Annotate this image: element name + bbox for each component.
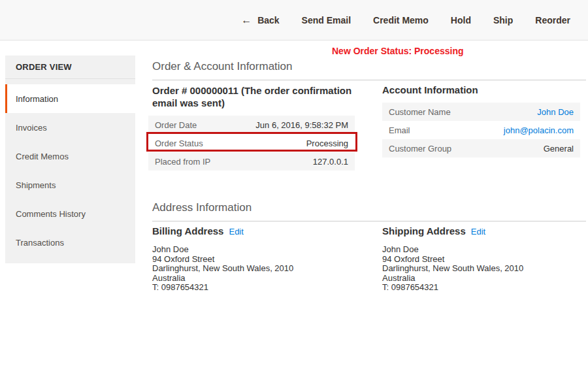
customer-group-row: Customer Group General <box>382 139 580 157</box>
order-view-sidebar: ORDER VIEW Information Invoices Credit M… <box>5 56 135 263</box>
order-date-label: Order Date <box>155 120 197 130</box>
billing-address-line: John Doe <box>152 245 368 255</box>
order-status-row: Order Status Processing <box>148 134 355 152</box>
sidebar-item-transactions[interactable]: Transactions <box>5 228 135 257</box>
billing-address-title: Billing Address <box>152 225 223 237</box>
billing-address-line: 94 Oxford Street <box>152 255 368 265</box>
shipping-address-edit-link[interactable]: Edit <box>471 227 485 237</box>
sidebar-items: Information Invoices Credit Memos Shipme… <box>5 79 135 257</box>
customer-email-row: Email john@polacin.com <box>382 121 580 139</box>
sidebar-item-shipments[interactable]: Shipments <box>5 171 135 199</box>
billing-address-line: T: 0987654321 <box>152 283 368 293</box>
sidebar-title: ORDER VIEW <box>5 56 135 79</box>
order-number-title: Order # 000000011 (The order confirmatio… <box>152 84 368 109</box>
customer-name-link[interactable]: John Doe <box>537 107 574 117</box>
sidebar-item-comments-history[interactable]: Comments History <box>5 199 135 228</box>
shipping-address-block: Shipping Address Edit John Doe 94 Oxford… <box>382 225 588 293</box>
customer-name-row: Customer Name John Doe <box>382 103 580 121</box>
shipping-address-line: Darlinghurst, New South Wales, 2010 <box>382 264 588 274</box>
sidebar-item-credit-memos[interactable]: Credit Memos <box>5 142 135 171</box>
credit-memo-button[interactable]: Credit Memo <box>373 15 429 25</box>
shipping-address-title-row: Shipping Address Edit <box>382 225 588 237</box>
billing-address-line: Australia <box>152 274 368 284</box>
back-button-label: Back <box>257 15 279 25</box>
ship-button[interactable]: Ship <box>493 15 513 25</box>
sidebar-item-information[interactable]: Information <box>5 84 135 113</box>
placed-from-ip-row: Placed from IP 127.0.0.1 <box>148 152 355 171</box>
shipping-address-line: Australia <box>382 274 588 284</box>
shipping-address-line: 94 Oxford Street <box>382 255 588 265</box>
customer-group-value: General <box>544 144 574 154</box>
send-email-button[interactable]: Send Email <box>302 15 351 25</box>
sidebar-item-invoices[interactable]: Invoices <box>5 113 135 142</box>
shipping-address-title: Shipping Address <box>382 225 466 237</box>
order-info-table: Order Date Jun 6, 2016, 9:58:32 PM Order… <box>148 116 355 171</box>
billing-address-edit-link[interactable]: Edit <box>229 227 243 237</box>
account-information-heading: Account Information <box>382 84 478 95</box>
hold-button[interactable]: Hold <box>451 15 471 25</box>
order-date-value: Jun 6, 2016, 9:58:32 PM <box>255 120 348 130</box>
placed-from-ip-label: Placed from IP <box>155 157 210 167</box>
customer-email-label: Email <box>389 125 410 135</box>
shipping-address-line: T: 0987654321 <box>382 283 588 293</box>
billing-address-block: Billing Address Edit John Doe 94 Oxford … <box>152 225 368 293</box>
order-account-heading: Order & Account Information <box>152 60 586 80</box>
page-actions-toolbar: ← Back Send Email Credit Memo Hold Ship … <box>0 0 588 41</box>
customer-group-label: Customer Group <box>389 144 451 154</box>
address-information-heading: Address Information <box>152 201 586 221</box>
order-status-annotation: New Order Status: Processing <box>332 46 464 56</box>
shipping-address-line: John Doe <box>382 245 588 255</box>
order-date-row: Order Date Jun 6, 2016, 9:58:32 PM <box>148 116 355 134</box>
back-button[interactable]: ← Back <box>241 14 279 26</box>
placed-from-ip-value: 127.0.0.1 <box>313 157 348 167</box>
order-status-label: Order Status <box>155 139 203 148</box>
account-info-table: Customer Name John Doe Email john@polaci… <box>382 103 580 157</box>
customer-email-link[interactable]: john@polacin.com <box>504 125 574 135</box>
back-arrow-icon: ← <box>241 14 252 26</box>
billing-address-title-row: Billing Address Edit <box>152 225 368 237</box>
order-status-value: Processing <box>306 139 348 148</box>
customer-name-label: Customer Name <box>389 107 451 117</box>
billing-address-line: Darlinghurst, New South Wales, 2010 <box>152 264 368 274</box>
reorder-button[interactable]: Reorder <box>535 15 570 25</box>
